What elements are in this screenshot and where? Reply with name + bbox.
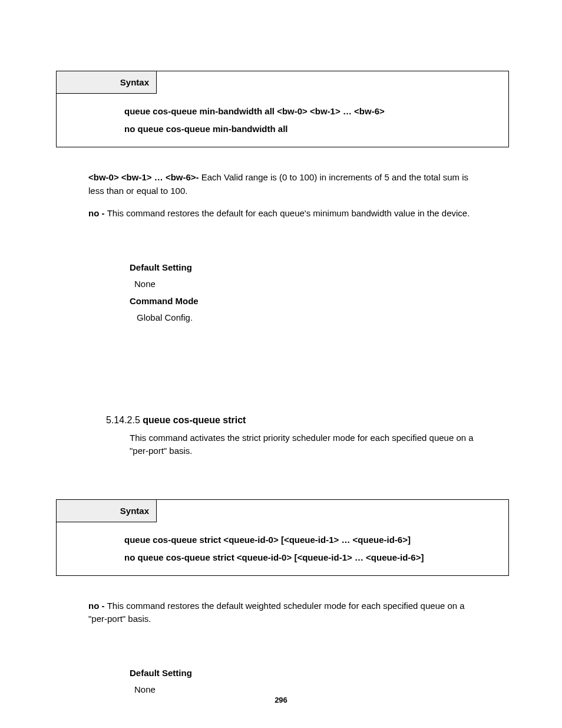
syntax1-line2: no queue cos-queue min-bandwidth all (124, 120, 508, 138)
command-mode-label-1: Command Mode (130, 293, 509, 310)
params-block-1: <bw-0> <bw-1> … <bw-6>- Each Valid range… (56, 171, 509, 220)
syntax-body-2: queue cos-queue strict <queue-id-0> [<qu… (57, 522, 508, 575)
defaults-block-1: Default Setting None Command Mode Global… (56, 230, 509, 327)
params-block-2: no - This command restores the default w… (56, 599, 509, 626)
section-heading: 5.14.2.5 queue cos-queue strict (56, 415, 509, 426)
param-bw-bold: <bw-0> <bw-1> … <bw-6>- (88, 172, 201, 182)
param-no-2-text: This command restores the default weight… (88, 601, 465, 624)
page: Syntax queue cos-queue min-bandwidth all… (0, 0, 562, 728)
default-setting-value-1: None (130, 276, 509, 293)
default-setting-label-1: Default Setting (130, 259, 509, 276)
syntax-header-2: Syntax (57, 500, 157, 522)
param-bw: <bw-0> <bw-1> … <bw-6>- Each Valid range… (88, 171, 477, 197)
defaults-block-2: Default Setting None (56, 635, 509, 699)
command-mode-value-1: Global Config. (130, 309, 509, 327)
syntax-box-1: Syntax queue cos-queue min-bandwidth all… (56, 71, 509, 147)
syntax2-line1: queue cos-queue strict <queue-id-0> [<qu… (124, 531, 508, 549)
param-no-1-bold: no - (88, 208, 107, 218)
default-setting-label-2: Default Setting (130, 665, 509, 682)
syntax-header-1: Syntax (57, 71, 157, 94)
section-number: 5.14.2.5 (106, 415, 143, 425)
param-no-2-bold: no - (88, 601, 107, 611)
section-title: queue cos-queue strict (143, 415, 246, 425)
syntax-body-1: queue cos-queue min-bandwidth all <bw-0>… (57, 94, 508, 147)
param-no-1-text: This command restores the default for ea… (107, 208, 470, 218)
param-no-1: no - This command restores the default f… (88, 207, 477, 220)
param-no-2: no - This command restores the default w… (88, 599, 477, 626)
page-number: 296 (0, 696, 562, 704)
syntax2-line2: no queue cos-queue strict <queue-id-0> [… (124, 549, 508, 566)
syntax-box-2: Syntax queue cos-queue strict <queue-id-… (56, 499, 509, 576)
syntax1-line1: queue cos-queue min-bandwidth all <bw-0>… (124, 103, 508, 120)
section-intro: This command activates the strict priori… (56, 431, 509, 458)
